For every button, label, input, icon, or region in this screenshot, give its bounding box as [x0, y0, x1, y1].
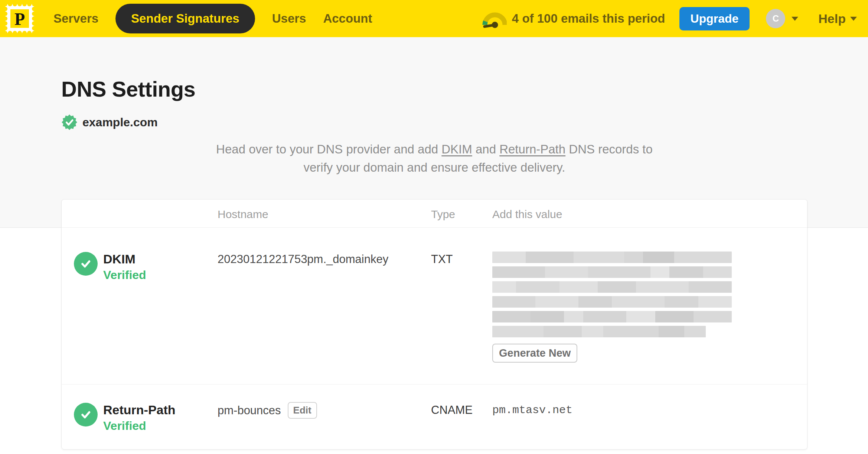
redacted-bar — [492, 311, 732, 322]
return-path-hostname-cell: pm-bounces Edit — [218, 402, 431, 433]
nav-item-account[interactable]: Account — [323, 12, 372, 26]
account-menu[interactable]: C — [766, 9, 798, 28]
domain-name: example.com — [82, 116, 158, 129]
help-label: Help — [818, 12, 846, 26]
desc-text: verify your domain and ensure effective … — [304, 160, 565, 174]
header-hostname: Hostname — [218, 208, 431, 227]
header-type: Type — [431, 208, 492, 227]
redacted-bar — [492, 281, 732, 293]
return-path-hostname: pm-bounces — [218, 404, 281, 417]
help-menu[interactable]: Help — [818, 12, 857, 26]
status-badge: Verified — [103, 268, 146, 282]
desc-text: DNS records to — [565, 142, 653, 156]
return-path-status-cell: Return-Path Verified — [74, 402, 218, 433]
redacted-value — [492, 252, 807, 337]
desc-text: Head over to your DNS provider and add — [216, 142, 441, 156]
dkim-status-cell: DKIM Verified — [74, 252, 218, 363]
dkim-hostname: 20230121221753pm._domainkey — [218, 252, 431, 363]
redacted-bar — [492, 326, 706, 337]
table-header-row: Hostname Type Add this value — [62, 200, 807, 228]
redacted-bar — [492, 296, 732, 308]
gauge-icon — [482, 9, 507, 28]
dkim-link[interactable]: DKIM — [441, 142, 472, 156]
dkim-status-text: DKIM Verified — [103, 252, 146, 363]
nav-item-sender-signatures[interactable]: Sender Signatures — [115, 4, 255, 33]
chevron-down-icon — [850, 17, 857, 21]
dkim-type: TXT — [431, 252, 492, 363]
redacted-bar — [492, 266, 732, 278]
top-navbar: P Servers Sender Signatures Users Accoun… — [0, 0, 868, 37]
avatar[interactable]: C — [766, 9, 785, 28]
header-add-this-value: Add this value — [492, 208, 807, 227]
table-row-dkim: DKIM Verified 20230121221753pm._domainke… — [62, 228, 807, 384]
usage-meter[interactable]: 4 of 100 emails this period — [482, 9, 665, 28]
svg-text:P: P — [14, 10, 25, 29]
desc-text: and — [472, 142, 499, 156]
upgrade-button[interactable]: Upgrade — [679, 7, 750, 30]
main-nav: Servers Sender Signatures Users Account — [53, 4, 372, 33]
return-path-type: CNAME — [431, 402, 492, 433]
record-name: DKIM — [103, 252, 146, 266]
redacted-bar — [492, 252, 732, 263]
record-name: Return-Path — [103, 402, 176, 417]
dns-instructions: Head over to your DNS provider and add D… — [171, 140, 698, 176]
usage-text: 4 of 100 emails this period — [512, 12, 665, 26]
check-circle-icon — [74, 252, 98, 276]
nav-item-servers[interactable]: Servers — [53, 12, 98, 26]
generate-new-button[interactable]: Generate New — [492, 344, 577, 363]
nav-item-users[interactable]: Users — [272, 12, 306, 26]
page-title: DNS Settings — [61, 77, 807, 101]
edit-button[interactable]: Edit — [288, 402, 317, 419]
postmark-logo[interactable]: P — [5, 4, 34, 33]
dns-records-card: Hostname Type Add this value DKIM Verifi… — [61, 199, 807, 450]
check-circle-icon — [74, 403, 98, 427]
return-path-link[interactable]: Return-Path — [499, 142, 565, 156]
status-badge: Verified — [103, 419, 176, 433]
return-path-status-text: Return-Path Verified — [103, 402, 176, 433]
domain-row: example.com — [61, 114, 807, 130]
table-row-return-path: Return-Path Verified pm-bounces Edit CNA… — [62, 384, 807, 449]
chevron-down-icon — [792, 17, 798, 21]
header-spacer — [74, 208, 218, 227]
verified-seal-icon — [61, 114, 78, 130]
return-path-value: pm.mtasv.net — [492, 402, 807, 433]
navbar-right: 4 of 100 emails this period Upgrade C He… — [482, 7, 857, 30]
dkim-value-cell: Generate New — [492, 252, 807, 363]
